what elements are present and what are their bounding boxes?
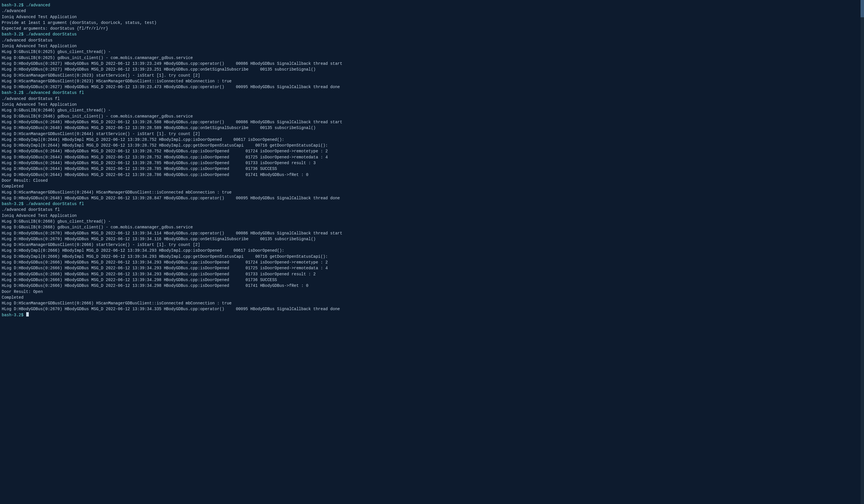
line-right: 00086 HBodyGDBus SignalCallback thread s… [224, 61, 343, 67]
term-line: HLog D:HScanManagerGDBusClient(0:2666) s… [2, 242, 862, 248]
term-line: HLog D:HBodyGDBus(0:2670) HBodyGDBus MSG… [2, 236, 862, 242]
line-right: 01741 HBodyGDBus->fRet : 0 [229, 283, 309, 289]
term-line: HLog D:GBusLIB(0:2625) gdbus_init_client… [2, 55, 862, 61]
line-left: HLog D:HBodyGDBus(0:2644) HBodyGDBus MSG… [2, 166, 229, 172]
line-right: 00095 HBodyGDBus SignalCallback thread d… [224, 195, 340, 201]
term-line: Door Result: Open [2, 289, 862, 295]
term-line: HLog D:GBusLIB(0:2668) gdbus_init_client… [2, 224, 862, 230]
term-line: ./advanced doorStatus fl [2, 96, 862, 102]
term-line: HLog D:GBusLIB(0:2625) gbus_client_threa… [2, 49, 862, 55]
line-right: 00135 subscribeSignal() [249, 125, 316, 131]
line-left: HLog D:HBodyGDBus(0:2666) HBodyGDBus MSG… [2, 283, 229, 289]
line-left: ./advanced doorStatus fl [2, 207, 60, 213]
term-line: HLog D:HBodyGDBus(0:2648) HBodyGDBus MSG… [2, 119, 862, 125]
line-left: HLog D:HBodyGDBus(0:2670) HBodyGDBus MSG… [2, 230, 224, 236]
line-left: HLog D:HScanManagerGDBusClient(0:2666) s… [2, 242, 200, 248]
line-left: HLog D:HBodyGDBus(0:2648) HBodyGDBus MSG… [2, 195, 224, 201]
term-line: bash-3.2$ ./advanced doorStatus [2, 32, 862, 37]
term-line: HLog D:GBusLIB(0:2668) gbus_client_threa… [2, 219, 862, 224]
term-line: bash-3.2$ ./advanced doorStatus fl [2, 201, 862, 207]
term-line: bash-3.2$ [2, 312, 862, 318]
line-left: HLog D:HBodyGDBus(0:2666) HBodyGDBus MSG… [2, 271, 229, 277]
line-right: 01725 isDoorOpened->remotedata : 4 [229, 265, 328, 271]
line-right: 00095 HBodyGDBus SignalCallback thread d… [224, 306, 340, 312]
line-right: 00716 getDoorOpenStatusCapi(): [244, 254, 328, 260]
line-left: HLog D:HBodyImpl(0:2644) HBodyImpl MSG_D… [2, 143, 244, 148]
term-line: HLog D:HBodyGDBus(0:2666) HBodyGDBus MSG… [2, 277, 862, 283]
term-line: HLog D:HBodyGDBus(0:2644) HBodyGDBus MSG… [2, 148, 862, 154]
line-left: HLog D:HBodyGDBus(0:2627) HBodyGDBus MSG… [2, 84, 224, 90]
line-right: 00086 HBodyGDBus SignalCallback thread s… [224, 230, 343, 236]
line-right: 00135 subscribeSignal() [249, 67, 316, 72]
term-line: Door Result: Closed [2, 178, 862, 183]
line-left: Completed [2, 183, 24, 189]
line-left: HLog D:HBodyImpl(0:2666) HBodyImpl MSG_D… [2, 248, 222, 253]
terminal-window: bash-3.2$ ./advanced./advancedIoniq Adva… [0, 0, 864, 504]
terminal-scrollbar[interactable] [861, 0, 864, 504]
term-line: HLog D:HBodyGDBus(0:2666) HBodyGDBus MSG… [2, 265, 862, 271]
line-left: Ioniq Advanced Test Application [2, 102, 76, 107]
line-left: Door Result: Closed [2, 178, 48, 183]
line-left: HLog D:GBusLIB(0:2668) gdbus_init_client… [2, 224, 193, 230]
line-right: 00135 subscribeSignal() [249, 236, 316, 242]
line-right: 00086 HBodyGDBus SignalCallback thread s… [224, 119, 343, 125]
term-line: HLog D:HBodyGDBus(0:2644) HBodyGDBus MSG… [2, 172, 862, 178]
term-line: Provide at least 1 argument (doorStatus,… [2, 20, 862, 26]
line-left: HLog D:HBodyImpl(0:2666) HBodyImpl MSG_D… [2, 254, 244, 260]
term-line: Ioniq Advanced Test Application [2, 14, 862, 20]
term-line: ./advanced [2, 8, 862, 14]
term-line: ./advanced doorStatus [2, 37, 862, 43]
line-right: 01733 isDoorOpened result : 3 [229, 160, 316, 166]
expected-args-line: Expected arguments: doorStatus {fl/fr/rl… [2, 26, 862, 32]
line-left: HLog D:GBusLIB(0:2646) gdbus_init_client… [2, 113, 193, 119]
term-line: bash-3.2$ ./advanced [2, 2, 862, 8]
cursor-block [26, 312, 29, 316]
line-left: Ioniq Advanced Test Application [2, 43, 76, 49]
line-right: 01736 SUCCESS [229, 277, 277, 283]
scrollbar-thumb[interactable] [861, 0, 864, 17]
term-line: HLog D:HBodyImpl(0:2666) HBodyImpl MSG_D… [2, 248, 862, 253]
term-line: HLog D:HScanManagerGDBusClient(0:2644) H… [2, 190, 862, 195]
term-line: HLog D:HBodyGDBus(0:2648) HBodyGDBus MSG… [2, 195, 862, 201]
line-left: HLog D:HBodyGDBus(0:2648) HBodyGDBus MSG… [2, 125, 249, 131]
line-left: Provide at least 1 argument (doorStatus,… [2, 20, 157, 26]
line-left: HLog D:HScanManagerGDBusClient(0:2666) H… [2, 300, 231, 306]
line-left: HLog D:GBusLIB(0:2625) gbus_client_threa… [2, 49, 111, 55]
line-right: 01733 isDoorOpened result : 2 [229, 271, 316, 277]
line-right: 01724 isDoorOpened->remotetype : 2 [229, 260, 328, 265]
line-left: bash-3.2$ ./advanced [2, 2, 50, 8]
line-right: 01736 SUCCESS [229, 166, 277, 172]
line-right: 00095 HBodyGDBus SignalCallback thread d… [224, 84, 340, 90]
term-line: HLog D:HScanManagerGDBusClient(0:2623) s… [2, 73, 862, 78]
line-left: Door Result: Open [2, 289, 43, 295]
term-line: HLog D:HScanManagerGDBusClient(0:2644) s… [2, 131, 862, 137]
line-left: Completed [2, 295, 24, 300]
line-left: HLog D:HBodyGDBus(0:2627) HBodyGDBus MSG… [2, 61, 224, 67]
line-left: HLog D:HBodyGDBus(0:2666) HBodyGDBus MSG… [2, 277, 229, 283]
line-left: HLog D:GBusLIB(0:2625) gdbus_init_client… [2, 55, 193, 61]
term-line: HLog D:GBusLIB(0:2646) gdbus_init_client… [2, 113, 862, 119]
line-left: HLog D:HScanManagerGDBusClient(0:2623) s… [2, 73, 200, 78]
line-left: ./advanced doorStatus fl [2, 96, 60, 102]
term-line: HLog D:HBodyGDBus(0:2644) HBodyGDBus MSG… [2, 154, 862, 160]
line-right: 00617 isDoorOpened(): [222, 137, 284, 143]
line-left: HLog D:HBodyGDBus(0:2670) HBodyGDBus MSG… [2, 306, 224, 312]
line-left: HLog D:HScanManagerGDBusClient(0:2623) H… [2, 78, 231, 84]
term-line: HLog D:HBodyGDBus(0:2627) HBodyGDBus MSG… [2, 67, 862, 72]
term-line: Completed [2, 295, 862, 300]
line-left: HLog D:HScanManagerGDBusClient(0:2644) s… [2, 131, 200, 137]
line-left: HLog D:HBodyGDBus(0:2644) HBodyGDBus MSG… [2, 160, 229, 166]
term-line: HLog D:HBodyImpl(0:2666) HBodyImpl MSG_D… [2, 254, 862, 260]
term-line: Ioniq Advanced Test Application [2, 213, 862, 219]
line-left: Ioniq Advanced Test Application [2, 213, 76, 219]
line-left: HLog D:HBodyGDBus(0:2666) HBodyGDBus MSG… [2, 260, 229, 265]
line-right: 01725 isDoorOpened->remotedata : 4 [229, 154, 328, 160]
term-line: HLog D:HBodyImpl(0:2644) HBodyImpl MSG_D… [2, 137, 862, 143]
line-left: ./advanced [2, 8, 26, 14]
term-line: HLog D:HBodyGDBus(0:2644) HBodyGDBus MSG… [2, 166, 862, 172]
line-left: HLog D:HScanManagerGDBusClient(0:2644) H… [2, 190, 231, 195]
line-left: bash-3.2$ ./advanced doorStatus [2, 32, 76, 37]
line-right: 00617 isDoorOpened(): [222, 248, 284, 253]
term-line: HLog D:HBodyGDBus(0:2648) HBodyGDBus MSG… [2, 125, 862, 131]
term-line: HLog D:HBodyGDBus(0:2644) HBodyGDBus MSG… [2, 160, 862, 166]
